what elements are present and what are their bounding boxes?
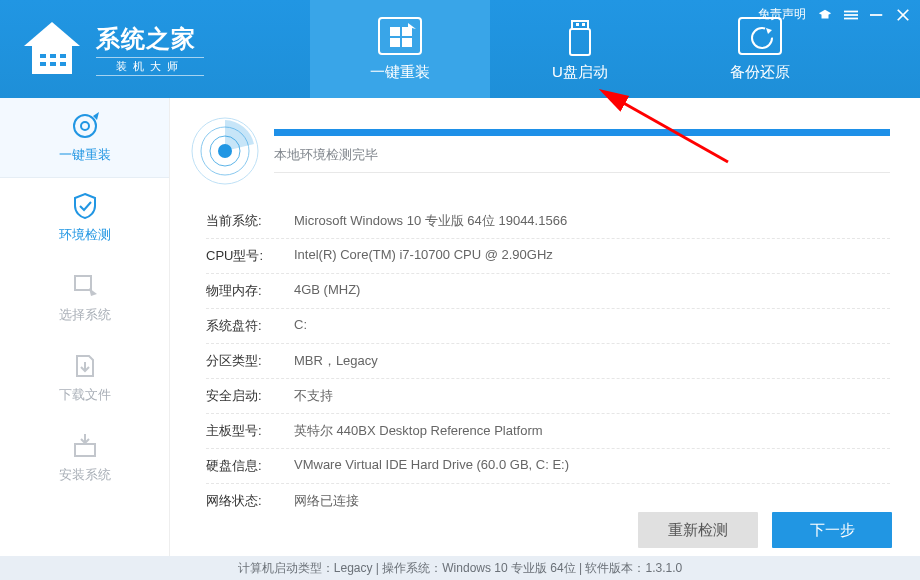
info-row: CPU型号:Intel(R) Core(TM) i7-10700 CPU @ 2… [206,239,890,274]
svg-rect-20 [822,15,829,19]
shield-icon [71,192,99,220]
info-row: 安全启动:不支持 [206,379,890,414]
download-icon [71,352,99,380]
footer-ver-label: 软件版本： [585,560,645,577]
usb-icon [558,17,602,55]
svg-marker-0 [24,22,80,46]
info-key: 当前系统: [206,212,276,230]
svg-rect-7 [60,62,66,66]
detect-status: 本地环境检测完毕 [274,146,890,173]
sidebar-item-download[interactable]: 下载文件 [0,338,169,418]
svg-marker-18 [766,28,772,34]
svg-marker-30 [89,288,97,296]
info-row: 分区类型:MBR，Legacy [206,344,890,379]
sidebar-item-label: 下载文件 [59,386,111,404]
info-value: Intel(R) Core(TM) i7-10700 CPU @ 2.90GHz [294,247,890,265]
svg-rect-1 [32,46,72,74]
svg-rect-8 [390,27,400,36]
svg-rect-11 [402,38,412,47]
info-row: 硬盘信息:VMware Virtual IDE Hard Drive (60.0… [206,449,890,484]
main: 本地环境检测完毕 当前系统:Microsoft Windows 10 专业版 6… [170,98,920,556]
close-icon[interactable] [896,8,910,22]
header: 系统之家 装机大师 一键重装 U盘启动 备份还原 免责声明 [0,0,920,98]
body: 一键重装 环境检测 选择系统 下载文件 安装系统 本地环境检测完毕 [0,98,920,556]
sidebar-item-label: 选择系统 [59,306,111,324]
sidebar-item-label: 一键重装 [59,146,111,164]
svg-rect-16 [582,23,585,26]
info-key: 网络状态: [206,492,276,510]
sidebar-item-label: 环境检测 [59,226,111,244]
logo-icon [20,20,84,78]
tab-reinstall[interactable]: 一键重装 [310,0,490,98]
svg-rect-5 [40,62,46,66]
info-key: 系统盘符: [206,317,276,335]
window-controls: 免责声明 [758,6,910,23]
graduation-icon[interactable] [818,8,832,22]
progress-area: 本地环境检测完毕 [274,129,890,173]
redetect-button[interactable]: 重新检测 [638,512,758,548]
footer-boot-label: 计算机启动类型： [238,560,334,577]
info-row: 系统盘符:C: [206,309,890,344]
svg-rect-24 [870,14,882,16]
brand-subtitle: 装机大师 [96,57,204,76]
footer-boot-value: Legacy [334,561,373,575]
sidebar: 一键重装 环境检测 选择系统 下载文件 安装系统 [0,98,170,556]
info-value: VMware Virtual IDE Hard Drive (60.0 GB, … [294,457,890,475]
logo: 系统之家 装机大师 [0,0,310,98]
svg-rect-14 [570,29,590,55]
svg-rect-9 [402,27,412,36]
target-icon [71,112,99,140]
svg-rect-21 [844,10,858,12]
svg-rect-10 [390,38,400,47]
info-key: 硬盘信息: [206,457,276,475]
sidebar-item-label: 安装系统 [59,466,111,484]
svg-rect-23 [844,17,858,19]
info-key: 分区类型: [206,352,276,370]
detect-row: 本地环境检测完毕 [190,116,890,186]
info-key: 物理内存: [206,282,276,300]
info-value: MBR，Legacy [294,352,890,370]
monitor-windows-icon [378,17,422,55]
disclaimer-link[interactable]: 免责声明 [758,6,806,23]
info-value: 英特尔 440BX Desktop Reference Platform [294,422,890,440]
info-key: 安全启动: [206,387,276,405]
info-value: 不支持 [294,387,890,405]
info-key: CPU型号: [206,247,276,265]
svg-point-28 [81,122,89,130]
tab-label: 备份还原 [730,63,790,82]
svg-rect-6 [50,62,56,66]
footer-os-label: 操作系统： [382,560,442,577]
svg-rect-3 [50,54,56,58]
info-row: 物理内存:4GB (MHZ) [206,274,890,309]
svg-rect-2 [40,54,46,58]
svg-rect-4 [60,54,66,58]
select-icon [71,272,99,300]
footer-ver-value: 1.3.1.0 [645,561,682,575]
sidebar-item-reinstall[interactable]: 一键重装 [0,98,169,178]
tab-label: U盘启动 [552,63,608,82]
footer: 计算机启动类型： Legacy | 操作系统： Windows 10 专业版 6… [0,556,920,580]
svg-rect-15 [576,23,579,26]
sidebar-item-detect[interactable]: 环境检测 [0,178,169,258]
install-icon [71,432,99,460]
info-value: 4GB (MHZ) [294,282,890,300]
info-key: 主板型号: [206,422,276,440]
tab-usb-boot[interactable]: U盘启动 [490,0,670,98]
svg-rect-22 [844,14,858,16]
footer-os-value: Windows 10 专业版 64位 [442,560,575,577]
info-value: C: [294,317,890,335]
progress-bar [274,129,890,136]
svg-rect-32 [75,444,95,456]
brand-title: 系统之家 [96,23,204,55]
actions: 重新检测 下一步 [638,512,892,548]
system-info: 当前系统:Microsoft Windows 10 专业版 64位 19044.… [190,204,890,518]
svg-rect-13 [572,21,588,29]
info-value: 网络已连接 [294,492,890,510]
sidebar-item-install[interactable]: 安装系统 [0,418,169,498]
info-row: 主板型号:英特尔 440BX Desktop Reference Platfor… [206,414,890,449]
next-button[interactable]: 下一步 [772,512,892,548]
sidebar-item-select[interactable]: 选择系统 [0,258,169,338]
minimize-icon[interactable] [870,8,884,22]
menu-icon[interactable] [844,8,858,22]
tab-label: 一键重装 [370,63,430,82]
